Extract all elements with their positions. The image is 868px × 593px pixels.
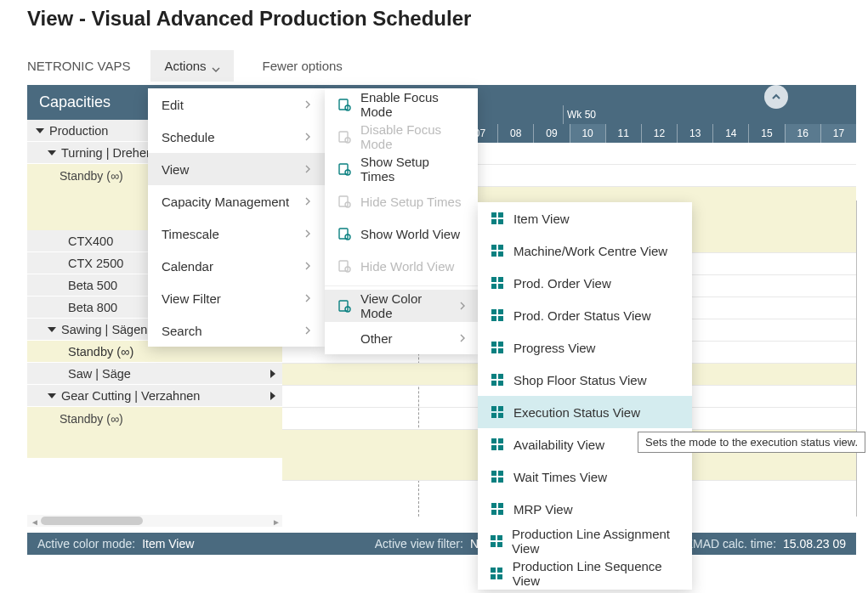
menu-item-wait-times-view[interactable]: Wait Times View (478, 460, 692, 493)
tree-node-gearcutting[interactable]: Gear Cutting | Verzahnen (27, 385, 282, 407)
svg-rect-61 (497, 574, 502, 579)
colormode-submenu: Item ViewMachine/Work Centre ViewProd. O… (478, 202, 692, 590)
svg-rect-49 (498, 477, 503, 483)
svg-rect-15 (498, 212, 503, 217)
chevron-down-icon (212, 62, 220, 71)
menu-item-label: Production Line Assignment View (512, 527, 680, 556)
view-mode-icon (490, 534, 503, 549)
status-colormode-label: Active color mode: (37, 537, 135, 551)
menu-item-other[interactable]: Other (325, 322, 478, 354)
menu-item-search[interactable]: Search (148, 314, 325, 347)
menu-item-label: Availability View (513, 438, 604, 452)
week-label: Wk 50 (563, 105, 856, 124)
menu-item-execution-status-view[interactable]: Execution Status View (478, 396, 692, 428)
menu-item-schedule[interactable]: Schedule (148, 121, 325, 153)
menu-item-capacity-management[interactable]: Capacity Management (148, 185, 325, 217)
scroll-left-icon[interactable]: ◄ (31, 517, 39, 527)
svg-rect-17 (498, 219, 503, 224)
menu-item-prod-order-status-view[interactable]: Prod. Order Status View (478, 299, 692, 331)
svg-rect-12 (339, 301, 348, 311)
day-cell: 12 (641, 124, 677, 143)
chevron-right-icon (304, 259, 311, 274)
tree-label: CTX400 (36, 234, 113, 248)
menu-item-production-line-assignment-view[interactable]: Production Line Assignment View (478, 525, 692, 557)
svg-rect-32 (491, 348, 496, 353)
svg-rect-16 (491, 219, 496, 224)
svg-rect-6 (339, 196, 348, 206)
svg-rect-0 (339, 99, 348, 110)
menu-item-view-color-mode[interactable]: View Color Mode (325, 290, 478, 322)
menu-item-label: Execution Status View (513, 405, 640, 420)
collapse-button[interactable] (764, 85, 788, 109)
document-icon (337, 161, 352, 177)
tree-label: Gear Cutting | Verzahnen (61, 389, 200, 403)
menu-item-calendar[interactable]: Calendar (148, 250, 325, 282)
day-cell: 11 (605, 124, 641, 143)
svg-rect-25 (498, 284, 503, 289)
menu-item-view-filter[interactable]: View Filter (148, 282, 325, 314)
view-mode-icon (490, 340, 505, 355)
view-submenu: Enable Focus ModeDisable Focus ModeShow … (325, 88, 478, 354)
actions-button[interactable]: Actions (150, 50, 233, 82)
svg-rect-45 (498, 445, 503, 450)
menu-item-label: View Filter (162, 291, 221, 306)
menu-item-show-setup-times[interactable]: Show Setup Times (325, 153, 478, 185)
svg-rect-14 (491, 212, 496, 217)
svg-rect-2 (339, 132, 348, 142)
fewer-options-button[interactable]: Fewer options (249, 50, 356, 82)
sidebar-scrollbar[interactable] (27, 515, 282, 527)
document-icon (337, 330, 352, 346)
menu-item-view[interactable]: View (148, 153, 325, 185)
svg-rect-51 (498, 503, 503, 508)
view-mode-icon (490, 243, 505, 258)
menu-item-label: Production Line Sequence View (513, 559, 680, 588)
svg-rect-29 (498, 316, 503, 321)
tree-node-saw[interactable]: Saw | Säge (27, 363, 282, 385)
svg-rect-36 (491, 381, 496, 386)
menu-item-label: Wait Times View (513, 470, 607, 484)
svg-rect-38 (491, 406, 496, 411)
menu-item-prod-order-view[interactable]: Prod. Order View (478, 267, 692, 299)
svg-rect-48 (491, 477, 496, 483)
menu-item-label: Edit (162, 98, 184, 112)
document-icon (337, 298, 352, 313)
day-cell: 10 (570, 124, 605, 143)
view-mode-icon (490, 501, 505, 517)
menu-item-edit[interactable]: Edit (148, 88, 325, 121)
status-emad-value: 15.08.23 09 (783, 537, 846, 551)
day-cell: 15 (748, 124, 784, 143)
page-title: View - Visual Advanced Production Schedu… (27, 7, 868, 31)
menu-item-progress-view[interactable]: Progress View (478, 331, 692, 364)
tree-node-standby[interactable]: Standby (∞) (27, 407, 282, 458)
menu-item-show-world-view[interactable]: Show World View (325, 217, 478, 250)
svg-rect-58 (491, 568, 496, 573)
menu-item-label: View Color Mode (360, 291, 451, 320)
expand-icon (48, 393, 56, 398)
menu-item-label: Calendar (162, 259, 213, 274)
menu-item-production-line-sequence-view[interactable]: Production Line Sequence View (478, 557, 692, 590)
svg-rect-55 (497, 535, 502, 540)
svg-rect-26 (491, 309, 496, 314)
tree-label: Beta 500 (36, 279, 117, 292)
menu-item-label: Prod. Order View (513, 276, 611, 291)
status-bar: Active color mode: Item View Active view… (27, 533, 856, 555)
menu-item-timescale[interactable]: Timescale (148, 217, 325, 250)
actions-label: Actions (164, 59, 206, 73)
svg-rect-52 (491, 510, 496, 515)
menu-item-shop-floor-status-view[interactable]: Shop Floor Status View (478, 364, 692, 396)
menu-item-machine-work-centre-view[interactable]: Machine/Work Centre View (478, 234, 692, 267)
svg-rect-21 (498, 251, 503, 257)
expand-icon (36, 128, 44, 133)
svg-rect-42 (491, 438, 496, 443)
scroll-right-icon[interactable]: ► (272, 517, 281, 527)
svg-rect-50 (491, 503, 496, 508)
svg-rect-31 (498, 342, 503, 347)
svg-rect-57 (497, 542, 502, 547)
menu-item-label: MRP View (513, 502, 572, 517)
expand-icon (48, 327, 56, 332)
menu-item-label: Hide Setup Times (360, 195, 466, 209)
menu-item-enable-focus-mode[interactable]: Enable Focus Mode (325, 88, 478, 121)
menu-item-item-view[interactable]: Item View (478, 202, 692, 234)
view-mode-icon (490, 372, 505, 387)
menu-item-mrp-view[interactable]: MRP View (478, 493, 692, 525)
